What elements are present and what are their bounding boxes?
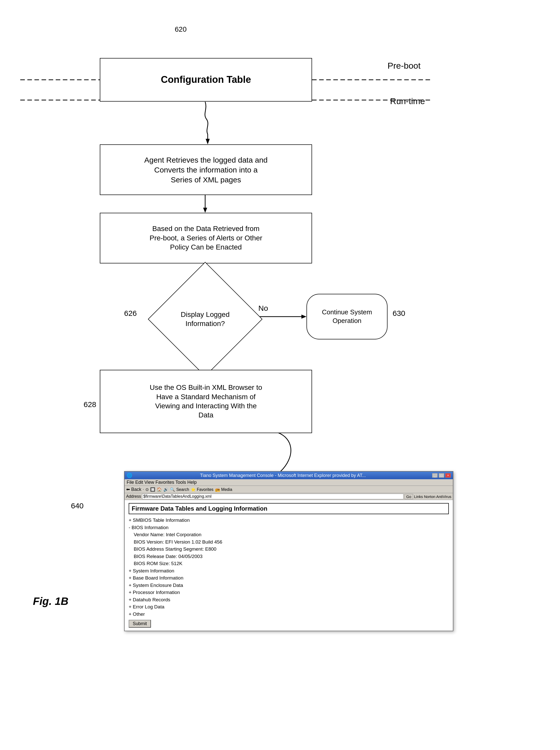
favorites-label[interactable]: ⭐ Favorites: [191, 487, 214, 492]
based-on-data-box: Based on the Data Retrieved fromPre-boot…: [100, 213, 312, 263]
use-os-xml-box: Use the OS Built-in XML Browser toHave a…: [100, 370, 312, 433]
label-no: No: [258, 304, 268, 312]
back-button[interactable]: ⬅ Back: [126, 487, 141, 492]
browser-list-item: + System Information: [129, 567, 449, 575]
browser-titlebar: 🌐 Tiano System Management Console - Micr…: [125, 472, 453, 479]
browser-window-controls[interactable]: _ □ ×: [432, 473, 451, 478]
address-input[interactable]: [142, 494, 403, 499]
diamond-626: Display LoggedInformation?: [165, 279, 246, 360]
label-628: 628: [84, 400, 96, 409]
refresh-icon[interactable]: 🔲: [150, 487, 155, 492]
browser-list-item: Vendor Name: Intel Corporation: [129, 531, 449, 539]
label-runtime: Run-time: [390, 96, 425, 106]
submit-button[interactable]: Submit: [129, 620, 151, 628]
svg-marker-6: [203, 208, 207, 213]
browser-list-item: + Base Board Information: [129, 574, 449, 582]
norton-label: Norton AntiVirus: [424, 494, 451, 499]
label-630: 630: [393, 309, 405, 318]
address-label: Address: [126, 494, 141, 499]
config-table-box: Configuration Table: [100, 58, 312, 102]
browser-list-item: + Error Log Data: [129, 603, 449, 611]
browser-list-item: BIOS Version: EFI Version 1.02 Build 456: [129, 539, 449, 546]
svg-marker-4: [206, 139, 210, 144]
minimize-button[interactable]: _: [432, 473, 438, 478]
close-button[interactable]: ×: [445, 473, 451, 478]
browser-title-text: Tiano System Management Console - Micros…: [200, 473, 366, 478]
search-label[interactable]: 🔍 Search: [170, 487, 189, 492]
label-620: 620: [175, 25, 187, 34]
browser-list-item: - BIOS Information: [129, 524, 449, 531]
browser-addressbar: Address Go Links Norton AntiVirus: [125, 493, 453, 500]
label-640: 640: [71, 502, 84, 510]
browser-ie-icon: 🌐: [127, 473, 132, 478]
browser-items: + SMBIOS Table Information- BIOS Informa…: [129, 517, 449, 618]
browser-window: 🌐 Tiano System Management Console - Micr…: [124, 471, 453, 631]
toolbar-separator: ·: [143, 487, 144, 492]
browser-toolbar: ⬅ Back · ⊙ 🔲 🏠 🔊 🔍 Search ⭐ Favorites 📻 …: [125, 486, 453, 493]
agent-retrieves-box: Agent Retrieves the logged data andConve…: [100, 144, 312, 195]
browser-list-item: + SMBIOS Table Information: [129, 517, 449, 524]
svg-marker-12: [301, 315, 306, 319]
continue-system-box: Continue SystemOperation: [306, 294, 387, 339]
diagram-container: 620 Configuration Table Pre-boot Run-tim…: [0, 0, 560, 750]
browser-menubar[interactable]: File Edit View Favorites Tools Help: [125, 479, 453, 486]
browser-list-item: + System Enclosure Data: [129, 582, 449, 589]
home-icon[interactable]: 🏠: [157, 487, 162, 492]
firmware-title: Firmware Data Tables and Logging Informa…: [129, 503, 449, 514]
browser-list-item: + Datahub Records: [129, 596, 449, 604]
browser-list-item: + Other: [129, 611, 449, 618]
label-preboot: Pre-boot: [387, 61, 420, 71]
browser-list-item: BIOS Address Starting Segment: E800: [129, 546, 449, 553]
figure-label: Fig. 1B: [33, 595, 68, 607]
media-icon[interactable]: 🔊: [163, 487, 168, 492]
restore-button[interactable]: □: [439, 473, 444, 478]
forward-icon[interactable]: ⊙: [145, 487, 149, 492]
links-label: Links: [414, 494, 423, 499]
browser-list-item: BIOS Release Date: 04/05/2003: [129, 553, 449, 560]
label-626: 626: [124, 309, 137, 318]
browser-content: Firmware Data Tables and Logging Informa…: [125, 500, 453, 631]
go-button[interactable]: Go: [404, 494, 413, 499]
media-label[interactable]: 📻 Media: [215, 487, 232, 492]
browser-list-item: + Processor Information: [129, 589, 449, 596]
browser-list-item: BIOS ROM Size: 512K: [129, 560, 449, 567]
